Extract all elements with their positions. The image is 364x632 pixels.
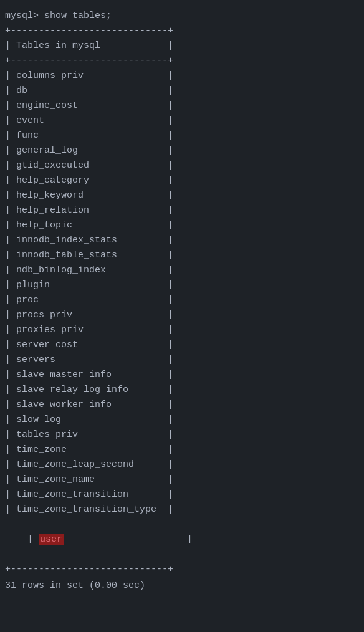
border-top: +----------------------------+ — [5, 24, 359, 39]
table-row: | help_relation | — [5, 203, 359, 218]
table-row: | event | — [5, 113, 359, 128]
table-row: | help_keyword | — [5, 188, 359, 203]
table-row: | plugin | — [5, 278, 359, 293]
table-row: | time_zone_leap_second | — [5, 457, 359, 472]
table-row: | func | — [5, 128, 359, 143]
table-row: | gtid_executed | — [5, 158, 359, 173]
result-line: 31 rows in set (0.00 sec) — [5, 578, 359, 593]
table-row: | columns_priv | — [5, 69, 359, 84]
table-row: | time_zone_transition | — [5, 487, 359, 502]
pipe-right: | — [64, 534, 193, 545]
table-row: | ndb_binlog_index | — [5, 263, 359, 278]
table-row: | help_category | — [5, 173, 359, 188]
highlighted-user-row: | user | — [5, 517, 359, 562]
table-row: | slow_log | — [5, 413, 359, 428]
table-row: | time_zone_name | — [5, 472, 359, 487]
table-row: | server_cost | — [5, 338, 359, 353]
table-row: | slave_master_info | — [5, 368, 359, 383]
border-bottom: +----------------------------+ — [5, 562, 359, 577]
table-row: | servers | — [5, 353, 359, 368]
prompt-line: mysql> show tables; — [5, 9, 359, 24]
table-row: | slave_worker_info | — [5, 398, 359, 413]
table-row: | engine_cost | — [5, 98, 359, 113]
table-row: | time_zone_transition_type | — [5, 502, 359, 517]
table-row: | time_zone | — [5, 443, 359, 457]
pipe-left: | — [27, 534, 39, 545]
table-row: | db | — [5, 84, 359, 98]
table-row: | tables_priv | — [5, 428, 359, 443]
highlighted-user-text: user — [39, 534, 64, 545]
table-row: | innodb_index_stats | — [5, 233, 359, 248]
table-header: | Tables_in_mysql | — [5, 39, 359, 54]
table-rows-container: | columns_priv || db || engine_cost || e… — [5, 69, 359, 517]
table-row: | innodb_table_stats | — [5, 248, 359, 263]
table-row: | proc | — [5, 293, 359, 308]
table-row: | procs_priv | — [5, 308, 359, 323]
terminal-window: mysql> show tables; +-------------------… — [0, 6, 364, 596]
table-row: | general_log | — [5, 143, 359, 158]
table-row: | help_topic | — [5, 218, 359, 233]
table-row: | proxies_priv | — [5, 323, 359, 338]
table-row: | slave_relay_log_info | — [5, 383, 359, 398]
border-mid: +----------------------------+ — [5, 54, 359, 69]
